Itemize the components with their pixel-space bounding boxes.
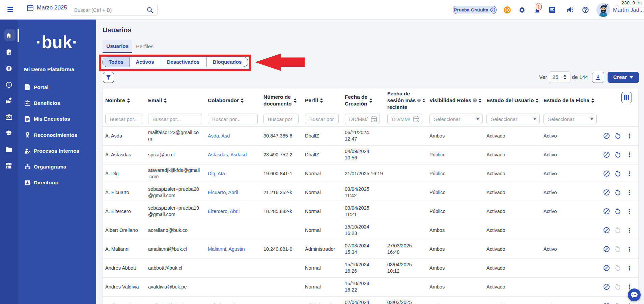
svg-text:?: ? bbox=[474, 99, 476, 102]
svg-text:?: ? bbox=[418, 99, 420, 102]
